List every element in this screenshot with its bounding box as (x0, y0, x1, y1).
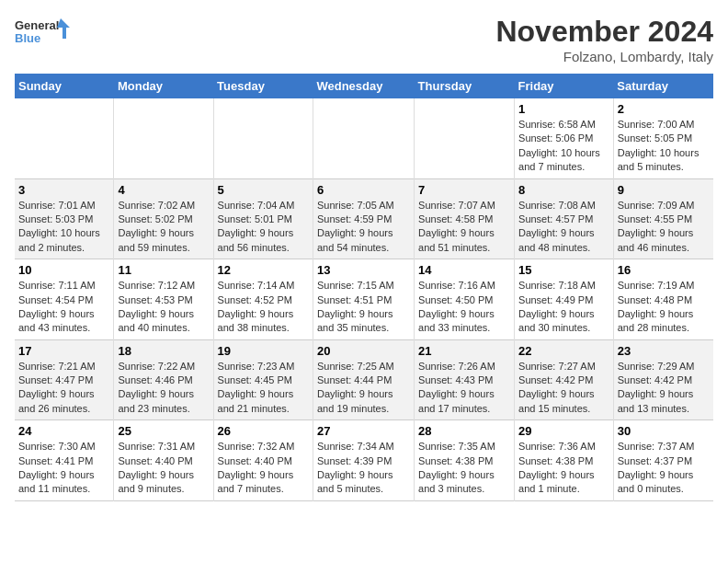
calendar-cell: 2Sunrise: 7:00 AM Sunset: 5:05 PM Daylig… (613, 98, 713, 178)
calendar-cell: 7Sunrise: 7:07 AM Sunset: 4:58 PM Daylig… (415, 178, 515, 259)
day-info: Sunrise: 7:34 AM Sunset: 4:39 PM Dayligh… (317, 440, 410, 497)
day-info: Sunrise: 7:26 AM Sunset: 4:43 PM Dayligh… (418, 360, 510, 417)
day-number: 29 (518, 424, 609, 438)
calendar-cell: 23Sunrise: 7:29 AM Sunset: 4:42 PM Dayli… (613, 339, 713, 420)
calendar-cell (313, 98, 414, 178)
day-info: Sunrise: 7:15 AM Sunset: 4:51 PM Dayligh… (317, 279, 410, 336)
day-info: Sunrise: 7:08 AM Sunset: 4:57 PM Dayligh… (518, 199, 609, 256)
day-number: 17 (18, 344, 109, 358)
day-info: Sunrise: 7:31 AM Sunset: 4:40 PM Dayligh… (118, 440, 209, 497)
day-number: 2 (618, 102, 710, 116)
month-title: November 2024 (495, 15, 713, 49)
day-number: 9 (618, 183, 710, 197)
day-info: Sunrise: 7:02 AM Sunset: 5:02 PM Dayligh… (118, 199, 209, 256)
calendar-cell: 12Sunrise: 7:14 AM Sunset: 4:52 PM Dayli… (213, 259, 313, 340)
svg-text:General: General (15, 18, 59, 32)
day-info: Sunrise: 7:07 AM Sunset: 4:58 PM Dayligh… (418, 199, 510, 256)
calendar-cell: 20Sunrise: 7:25 AM Sunset: 4:44 PM Dayli… (313, 339, 414, 420)
week-row-5: 24Sunrise: 7:30 AM Sunset: 4:41 PM Dayli… (15, 420, 713, 501)
calendar-cell: 13Sunrise: 7:15 AM Sunset: 4:51 PM Dayli… (313, 259, 414, 340)
weekday-header-tuesday: Tuesday (213, 74, 313, 98)
title-block: November 2024 Folzano, Lombardy, Italy (495, 15, 713, 64)
week-row-4: 17Sunrise: 7:21 AM Sunset: 4:47 PM Dayli… (15, 339, 713, 420)
day-info: Sunrise: 7:35 AM Sunset: 4:38 PM Dayligh… (418, 440, 510, 497)
calendar-cell: 15Sunrise: 7:18 AM Sunset: 4:49 PM Dayli… (515, 259, 614, 340)
calendar-cell: 29Sunrise: 7:36 AM Sunset: 4:38 PM Dayli… (515, 420, 614, 501)
day-info: Sunrise: 7:23 AM Sunset: 4:45 PM Dayligh… (218, 360, 309, 417)
day-number: 3 (18, 183, 109, 197)
calendar-cell: 30Sunrise: 7:37 AM Sunset: 4:37 PM Dayli… (613, 420, 713, 501)
calendar-cell: 4Sunrise: 7:02 AM Sunset: 5:02 PM Daylig… (114, 178, 213, 259)
day-number: 8 (518, 183, 609, 197)
day-number: 1 (518, 102, 609, 116)
weekday-header-sunday: Sunday (15, 74, 114, 98)
day-info: Sunrise: 7:16 AM Sunset: 4:50 PM Dayligh… (418, 279, 510, 336)
calendar-cell (15, 98, 114, 178)
day-number: 6 (317, 183, 410, 197)
calendar-cell (114, 98, 213, 178)
day-number: 24 (18, 424, 109, 438)
calendar-cell: 1Sunrise: 6:58 AM Sunset: 5:06 PM Daylig… (515, 98, 614, 178)
weekday-header-friday: Friday (515, 74, 614, 98)
day-number: 26 (218, 424, 309, 438)
day-number: 16 (618, 263, 710, 277)
day-info: Sunrise: 7:25 AM Sunset: 4:44 PM Dayligh… (317, 360, 410, 417)
day-info: Sunrise: 7:36 AM Sunset: 4:38 PM Dayligh… (518, 440, 609, 497)
day-number: 21 (418, 344, 510, 358)
day-number: 23 (618, 344, 710, 358)
day-info: Sunrise: 7:14 AM Sunset: 4:52 PM Dayligh… (218, 279, 309, 336)
day-number: 15 (518, 263, 609, 277)
day-number: 7 (418, 183, 510, 197)
day-info: Sunrise: 7:09 AM Sunset: 4:55 PM Dayligh… (618, 199, 710, 256)
calendar-cell: 5Sunrise: 7:04 AM Sunset: 5:01 PM Daylig… (213, 178, 313, 259)
svg-text:Blue: Blue (15, 31, 40, 45)
day-number: 5 (218, 183, 309, 197)
day-number: 12 (218, 263, 309, 277)
calendar-cell: 10Sunrise: 7:11 AM Sunset: 4:54 PM Dayli… (15, 259, 114, 340)
day-info: Sunrise: 6:58 AM Sunset: 5:06 PM Dayligh… (518, 118, 609, 175)
day-info: Sunrise: 7:29 AM Sunset: 4:42 PM Dayligh… (618, 360, 710, 417)
day-info: Sunrise: 7:37 AM Sunset: 4:37 PM Dayligh… (618, 440, 710, 497)
day-number: 22 (518, 344, 609, 358)
calendar-cell: 6Sunrise: 7:05 AM Sunset: 4:59 PM Daylig… (313, 178, 414, 259)
day-number: 4 (118, 183, 209, 197)
day-info: Sunrise: 7:11 AM Sunset: 4:54 PM Dayligh… (18, 279, 109, 336)
day-number: 10 (18, 263, 109, 277)
day-number: 19 (218, 344, 309, 358)
day-number: 30 (618, 424, 710, 438)
calendar-cell: 26Sunrise: 7:32 AM Sunset: 4:40 PM Dayli… (213, 420, 313, 501)
calendar-cell (213, 98, 313, 178)
day-info: Sunrise: 7:04 AM Sunset: 5:01 PM Dayligh… (218, 199, 309, 256)
calendar-cell: 22Sunrise: 7:27 AM Sunset: 4:42 PM Dayli… (515, 339, 614, 420)
day-number: 28 (418, 424, 510, 438)
calendar-table: SundayMondayTuesdayWednesdayThursdayFrid… (15, 74, 713, 501)
calendar-cell: 8Sunrise: 7:08 AM Sunset: 4:57 PM Daylig… (515, 178, 614, 259)
weekday-header-thursday: Thursday (415, 74, 515, 98)
day-info: Sunrise: 7:01 AM Sunset: 5:03 PM Dayligh… (18, 199, 109, 256)
day-number: 14 (418, 263, 510, 277)
calendar-cell: 16Sunrise: 7:19 AM Sunset: 4:48 PM Dayli… (613, 259, 713, 340)
day-number: 13 (317, 263, 410, 277)
calendar-cell (415, 98, 515, 178)
week-row-3: 10Sunrise: 7:11 AM Sunset: 4:54 PM Dayli… (15, 259, 713, 340)
calendar-cell: 21Sunrise: 7:26 AM Sunset: 4:43 PM Dayli… (415, 339, 515, 420)
location: Folzano, Lombardy, Italy (495, 49, 713, 64)
day-info: Sunrise: 7:00 AM Sunset: 5:05 PM Dayligh… (618, 118, 710, 175)
weekday-header-row: SundayMondayTuesdayWednesdayThursdayFrid… (15, 74, 713, 98)
day-info: Sunrise: 7:19 AM Sunset: 4:48 PM Dayligh… (618, 279, 710, 336)
week-row-1: 1Sunrise: 6:58 AM Sunset: 5:06 PM Daylig… (15, 98, 713, 178)
day-info: Sunrise: 7:22 AM Sunset: 4:46 PM Dayligh… (118, 360, 209, 417)
day-info: Sunrise: 7:27 AM Sunset: 4:42 PM Dayligh… (518, 360, 609, 417)
day-number: 18 (118, 344, 209, 358)
day-info: Sunrise: 7:21 AM Sunset: 4:47 PM Dayligh… (18, 360, 109, 417)
weekday-header-wednesday: Wednesday (313, 74, 414, 98)
week-row-2: 3Sunrise: 7:01 AM Sunset: 5:03 PM Daylig… (15, 178, 713, 259)
day-number: 11 (118, 263, 209, 277)
calendar-cell: 25Sunrise: 7:31 AM Sunset: 4:40 PM Dayli… (114, 420, 213, 501)
calendar-cell: 19Sunrise: 7:23 AM Sunset: 4:45 PM Dayli… (213, 339, 313, 420)
day-info: Sunrise: 7:18 AM Sunset: 4:49 PM Dayligh… (518, 279, 609, 336)
calendar-cell: 27Sunrise: 7:34 AM Sunset: 4:39 PM Dayli… (313, 420, 414, 501)
day-number: 20 (317, 344, 410, 358)
logo-svg: General Blue (15, 15, 70, 55)
calendar-cell: 11Sunrise: 7:12 AM Sunset: 4:53 PM Dayli… (114, 259, 213, 340)
